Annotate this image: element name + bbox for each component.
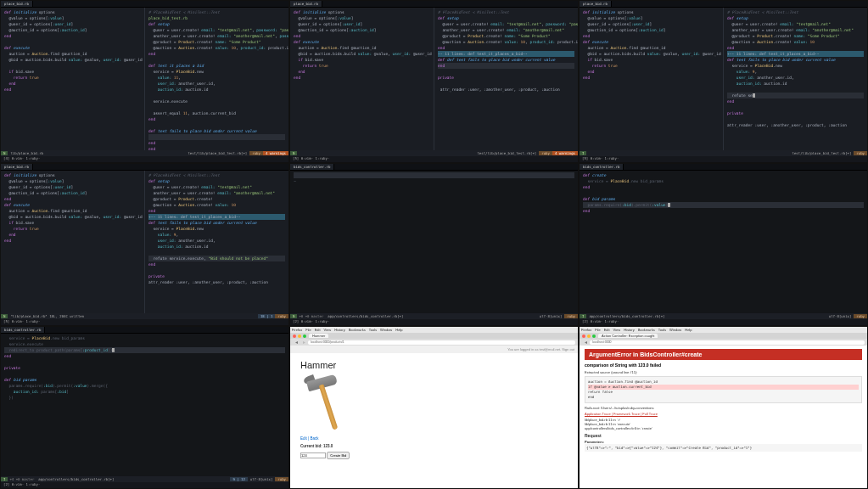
error-message: comparison of String with 123.0 failed — [585, 363, 862, 368]
frame-1: place_bid.rb def initialize options @val… — [0, 0, 289, 163]
url-input[interactable]: localhost:3000 — [590, 340, 865, 345]
right-pane[interactable]: # PlaceBidTest < MiniTest::Test place_bi… — [144, 8, 288, 150]
back-icon[interactable]: ◄ — [293, 340, 300, 345]
edit-link[interactable]: Edit | Back — [300, 436, 318, 441]
left-pane[interactable]: def initialize options @value = options[… — [1, 8, 144, 150]
request-params: {"utf8"=>"✓", "bid"=>{"value"=>"124"}, "… — [585, 444, 862, 452]
source-extract: auction = Auction.find @auction_id if @v… — [585, 376, 862, 403]
frame-9-error: Firefox File Edit View History Bookmarks… — [579, 326, 868, 489]
frame-6: bids_controller.rb def create service = … — [579, 163, 868, 326]
address-bar-row: ◄ ► localhost:3000/products/1 — [290, 339, 578, 346]
right-pane[interactable]: # PlaceBidTest < MiniTest::Test def setu… — [434, 8, 578, 150]
write-msg: "lib/place_bid.rb" 18L, 284C written — [8, 314, 87, 318]
frame-7: bids_controller.rb service = PlaceBid.ne… — [0, 326, 289, 489]
product-title: Hammer — [300, 360, 568, 370]
vim-mode: N — [1, 151, 8, 155]
frame-8-browser: Firefox File Edit View History Bookmarks… — [289, 326, 579, 489]
tmux-status: [4] 0:vim- 1:ruby- — [1, 156, 288, 162]
browser-tab[interactable]: Action Controller: Exception caught — [598, 334, 658, 338]
mac-menubar: Firefox File Edit View History Bookmarks… — [290, 327, 578, 333]
frame-2: place_bid.rb def initialize options @val… — [289, 0, 579, 163]
browser-tab[interactable]: Hammer — [309, 334, 328, 338]
fold-line[interactable]: -- 11 lines: def test_it_places_a_bid-- — [438, 51, 574, 57]
forward-icon[interactable]: ► — [300, 340, 308, 345]
tab-placebid[interactable]: place_bid.rb — [1, 1, 33, 7]
create-bid-button[interactable]: Create Bid — [327, 452, 350, 459]
trace-links[interactable]: Application Trace | Framework Trace | Fu… — [585, 412, 658, 416]
login-status: You are logged in as test@mail.net. Sign… — [290, 346, 578, 353]
frame-3: place_bid.rb def initialize options @val… — [579, 0, 868, 163]
bid-value-input[interactable] — [300, 452, 326, 458]
current-bid-label: Current bid: 123.0 — [300, 444, 568, 448]
back-icon[interactable]: ◄ — [582, 340, 590, 345]
firefox-menu[interactable]: Firefox — [292, 328, 302, 332]
fold-line[interactable]: +-- 11 lines: def test_it_places_a_bid-- — [727, 51, 864, 57]
url-input[interactable]: localhost:3000/products/1 — [308, 340, 575, 345]
vim-mode: N — [1, 314, 8, 318]
fold-line[interactable]: +-- 11 lines: def test_it_places_a_bid-- — [148, 214, 285, 220]
app-trace: lib/place_bid.rb:11:in `>' lib/place_bid… — [585, 418, 862, 430]
status-file-left: tib/place_bid.rb — [8, 151, 46, 155]
rails-root: Rails.root: /Users/.../tutsplus/ruby-con… — [585, 406, 862, 410]
tab[interactable]: place_bid.rb — [290, 1, 322, 7]
tab-bar: place_bid.rb — [1, 1, 288, 8]
request-heading: Request — [585, 433, 862, 438]
frame-5: bids_controller.rb ~ N +0 +0 master app/… — [289, 163, 579, 326]
error-header: ArgumentError in BidsController#create — [585, 349, 862, 360]
warnings-badge: 4 warnings — [263, 151, 288, 155]
page-content: Hammer Edit | Back Current bid: 123.0 Cr… — [290, 353, 578, 488]
status-bar: N tib/place_bid.rb test/lib/place_bid_te… — [1, 150, 288, 156]
frame-4: place_bid.rb def initialize options @val… — [0, 163, 289, 326]
mac-menubar: Firefox File Edit View History Bookmarks… — [580, 327, 867, 333]
product-image — [300, 374, 360, 433]
window-controls[interactable] — [293, 334, 306, 338]
source-label: Extracted source (around line #11): — [585, 370, 862, 374]
status-file-right: test/lib/place_bid_test.rb[+] — [185, 151, 249, 155]
left-pane[interactable]: def initialize options @value = options[… — [290, 8, 434, 150]
